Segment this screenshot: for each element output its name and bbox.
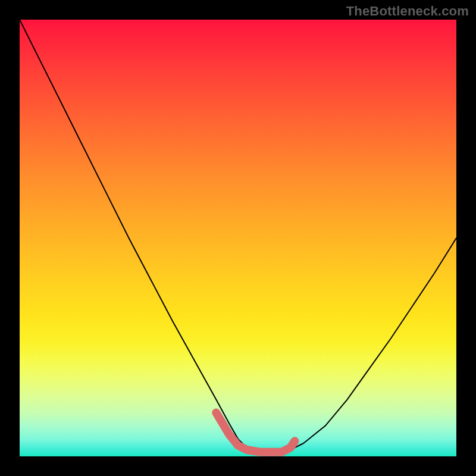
chart-frame: TheBottleneck.com (0, 0, 476, 476)
bottleneck-curve (20, 20, 456, 452)
plot-area (20, 20, 456, 456)
chart-svg (20, 20, 456, 456)
optimal-band (216, 413, 295, 452)
watermark-text: TheBottleneck.com (346, 4, 469, 19)
